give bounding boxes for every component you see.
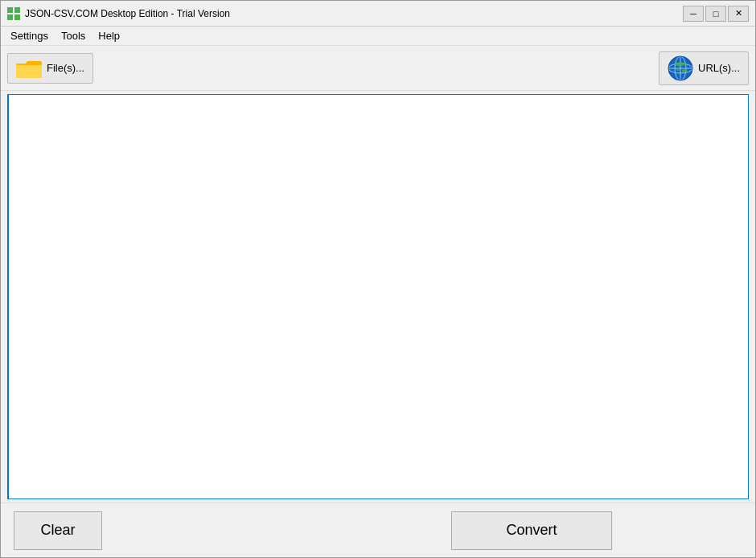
bottom-bar: Clear Convert (1, 503, 755, 557)
window-title: JSON-CSV.COM Desktop Edition - Trial Ver… (25, 8, 683, 19)
clear-button[interactable]: Clear (14, 511, 102, 550)
content-area (1, 91, 755, 503)
close-button[interactable]: ✕ (728, 6, 749, 22)
svg-rect-0 (7, 7, 13, 13)
toolbar: File(s)... URL(s)... (1, 46, 755, 91)
files-button-label: File(s)... (47, 62, 84, 74)
svg-rect-2 (7, 14, 13, 20)
urls-button-label: URL(s)... (698, 62, 740, 74)
minimize-button[interactable]: ─ (683, 6, 704, 22)
folder-icon (16, 57, 42, 80)
menu-settings[interactable]: Settings (4, 28, 55, 43)
window-controls: ─ □ ✕ (683, 6, 749, 22)
svg-rect-6 (16, 65, 42, 78)
json-input[interactable] (7, 94, 749, 499)
menu-tools[interactable]: Tools (55, 28, 92, 43)
svg-rect-1 (14, 7, 20, 13)
urls-button[interactable]: URL(s)... (659, 51, 749, 85)
convert-button[interactable]: Convert (451, 511, 612, 550)
main-window: JSON-CSV.COM Desktop Edition - Trial Ver… (0, 0, 756, 558)
title-bar: JSON-CSV.COM Desktop Edition - Trial Ver… (1, 1, 755, 27)
globe-icon (668, 55, 693, 81)
maximize-button[interactable]: □ (705, 6, 726, 22)
menu-bar: Settings Tools Help (1, 27, 755, 46)
app-icon (7, 7, 20, 20)
svg-rect-3 (14, 14, 20, 20)
files-button[interactable]: File(s)... (7, 53, 93, 84)
menu-help[interactable]: Help (92, 28, 126, 43)
